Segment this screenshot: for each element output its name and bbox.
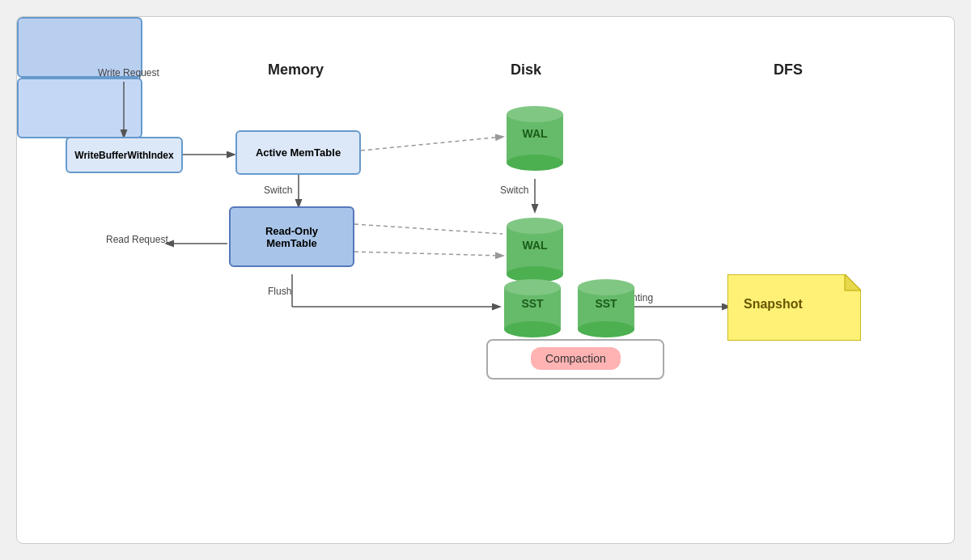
svg-line-2 [361, 137, 502, 151]
flush-label: Flush [268, 286, 291, 297]
wal-top-cylinder: WAL [502, 98, 567, 175]
snapshot-shape: Snapshot [727, 274, 861, 341]
memory-label: Memory [268, 62, 324, 78]
svg-point-13 [507, 106, 563, 122]
read-request-label: Read Request [106, 234, 168, 245]
readonly-memtable-box: Read-Only MemTable [229, 206, 354, 267]
svg-point-19 [504, 279, 561, 295]
diagram-container: Memory Disk DFS Write Request Read Reque… [16, 16, 955, 544]
svg-line-5 [354, 224, 502, 234]
svg-line-6 [354, 252, 502, 256]
svg-point-16 [507, 218, 563, 234]
readonly-memtable-mid [17, 78, 142, 138]
svg-point-22 [578, 279, 634, 295]
sst1-cylinder: SST [500, 274, 565, 341]
disk-label: Disk [511, 62, 541, 78]
active-memtable-box: Active MemTable [235, 130, 361, 175]
write-request-label: Write Request [98, 67, 159, 78]
switch-right-label: Switch [500, 185, 528, 196]
dfs-label: DFS [774, 62, 803, 78]
compaction-box: Compaction [531, 347, 621, 370]
svg-point-18 [504, 321, 561, 337]
switch-left-label: Switch [264, 185, 292, 196]
sst2-cylinder: SST [574, 274, 638, 341]
write-buffer-box: WriteBufferWithIndex [66, 137, 183, 173]
svg-point-12 [507, 155, 563, 171]
svg-marker-24 [845, 274, 861, 291]
svg-point-21 [578, 321, 634, 337]
